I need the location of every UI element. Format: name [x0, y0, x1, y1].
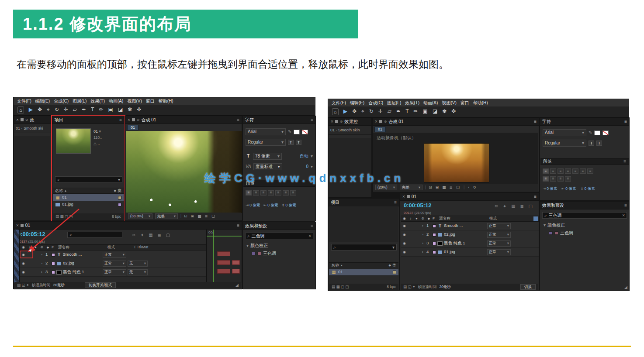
effect-category-label[interactable]: 颜色校正 [250, 243, 268, 248]
no-stroke-swatch[interactable] [602, 130, 609, 135]
eye-column-icon[interactable]: ◉ [402, 216, 407, 220]
channel-refresh-icons[interactable]: ◔ ↻ [467, 185, 478, 190]
layer-row[interactable]: ◉ › 3 黑色 纯色 1 正常▾ [401, 239, 539, 248]
paragraph-align-icon[interactable]: ≡ [550, 168, 556, 174]
timeline-tab-label[interactable]: 01 [412, 194, 416, 199]
font-style-select[interactable]: Regular▾ [246, 139, 286, 146]
layer-row[interactable]: ◉ › 1 T Smooth ... 正常▾ ▾ [20, 251, 206, 259]
paragraph-align-icon[interactable]: ≡ [587, 168, 593, 174]
layer-visibility-icon[interactable]: ◉ [21, 253, 26, 257]
blend-mode-dropdown[interactable]: 正常▾ [487, 223, 511, 229]
composition-tab-label[interactable]: 合成 01 [142, 117, 156, 123]
name-column-header[interactable]: 名称 [55, 189, 63, 193]
layer-name[interactable]: Smooth ... [444, 223, 486, 228]
layer-label-color[interactable] [433, 224, 436, 228]
project-item-row[interactable]: 01.jpg [53, 201, 124, 208]
close-icon[interactable]: × [402, 194, 405, 199]
zoom-tool-icon[interactable]: ⌖ [361, 109, 364, 115]
mask-shape-tool-icon[interactable]: ▱ [388, 109, 391, 115]
solo-column-icon[interactable]: ● [33, 245, 38, 249]
orbit-camera-tool-icon[interactable]: ↻ [369, 109, 374, 115]
selection-tool-icon[interactable]: ▶ [29, 107, 33, 113]
effects-presets-tab-label[interactable]: 效果和预设 [245, 223, 267, 229]
current-time-indicator[interactable] [213, 230, 214, 283]
paragraph-justify-icon[interactable]: ≡ [565, 176, 571, 182]
character-tab-label[interactable]: 字符 [245, 117, 254, 123]
source-name-column-header[interactable]: 源名称 [439, 216, 488, 221]
project-search-input[interactable]: ⌕ ▾ [55, 176, 122, 183]
zoom-level-dropdown[interactable]: (38.8%)▾ [128, 213, 152, 219]
effect-item-label[interactable]: 三色调 [263, 251, 276, 256]
menu-item[interactable]: 效果(T) [405, 100, 419, 106]
paragraph-align-icon[interactable]: ≡ [543, 168, 549, 174]
layer-label-color[interactable] [433, 251, 436, 254]
type-column-header[interactable]: 类 [392, 263, 396, 268]
close-icon[interactable]: × [375, 119, 377, 124]
blend-mode-dropdown[interactable]: 正常▾ [103, 261, 126, 267]
viewer-option-icons[interactable]: ⊡ ⊞ ▦ ≣ ▢ [184, 214, 216, 219]
selection-tool-icon[interactable]: ▶ [343, 109, 347, 115]
menu-item[interactable]: 合成(C) [368, 100, 383, 106]
timeline-footer-icons[interactable]: ▤ ◱ ✦ [17, 283, 29, 288]
clear-search-icon[interactable]: × [308, 233, 311, 239]
panel-menu-icon[interactable]: ≡ [624, 119, 627, 124]
effects-search-value[interactable]: 三色调 [252, 233, 265, 239]
paragraph-align-icon[interactable]: ≡ [246, 190, 252, 196]
effects-presets-tab-label[interactable]: 效果和预设 [542, 203, 564, 208]
menu-item[interactable]: 编辑(E) [350, 100, 364, 106]
project-footer-icons[interactable]: ▤ ▦ ▢ ◳ [332, 285, 349, 289]
layer-row[interactable]: ◉ › 1 T Smooth ... 正常▾ [401, 222, 539, 230]
trkmat-dropdown[interactable]: 无▾ [128, 269, 148, 275]
puppet-pin-tool-icon[interactable]: ✜ [137, 107, 141, 113]
blend-mode-dropdown[interactable]: 正常▾ [103, 252, 126, 258]
layer-visibility-icon[interactable]: ◉ [402, 224, 407, 228]
tracking-caret-icon[interactable]: ▾ [311, 164, 313, 169]
layer-duration-bar[interactable] [217, 260, 230, 265]
timeline-view-icons[interactable]: ≋ ✦ ▦ ≣ ▢ [132, 233, 172, 238]
layer-label-color[interactable] [52, 262, 55, 265]
current-timecode[interactable]: 0:00:05:12 [17, 231, 45, 238]
panel-menu-icon[interactable]: ≡ [624, 203, 627, 208]
home-icon[interactable]: ⌂ [17, 106, 24, 114]
label-column-icon[interactable]: ◆ [426, 217, 431, 220]
leading-caret-icon[interactable]: ▾ [311, 154, 313, 159]
font-size-dropdown[interactable]: 78 像素▾ [253, 153, 282, 160]
type-column-header[interactable]: 类 [118, 189, 121, 193]
font-family-select[interactable]: Arial▾ [246, 128, 286, 135]
kerning-dropdown[interactable]: 度量标准▾ [253, 163, 282, 170]
label-column-icon[interactable]: ◆ [114, 189, 116, 192]
layer-visibility-icon[interactable]: ◉ [21, 270, 26, 274]
item-label-color[interactable] [118, 196, 121, 199]
orbit-camera-tool-icon[interactable]: ↻ [55, 107, 59, 113]
project-tab-label[interactable]: 项目 [331, 200, 339, 205]
clone-stamp-tool-ic[interactable]: ▣ [423, 109, 428, 115]
paragraph-justify-icon[interactable]: ≡ [557, 176, 564, 182]
project-search-input[interactable]: ⌕ ▾ [331, 244, 397, 251]
layer-label-color[interactable] [433, 233, 436, 237]
panel-resize-grip-icon[interactable]: ◢ [624, 285, 627, 289]
paragraph-align-icon[interactable]: ≡ [260, 190, 267, 196]
work-area-bar[interactable] [207, 236, 242, 237]
timeline-tab-label[interactable]: 01 [25, 223, 30, 228]
menu-item[interactable]: 编辑(E) [35, 99, 50, 104]
layer-label-color[interactable] [52, 253, 55, 257]
item-name[interactable]: 01 [338, 270, 343, 275]
eyedropper-icon[interactable]: ✎ [288, 129, 291, 134]
menu-item[interactable]: 图层(L) [387, 100, 401, 106]
time-ruler-area[interactable]: 00s [206, 230, 242, 283]
pan-behind-tool-icon[interactable]: ✛ [378, 109, 383, 115]
layer-visibility-icon[interactable]: ◉ [402, 241, 407, 245]
eraser-tool-icon[interactable]: ◪ [118, 107, 123, 113]
panel-resize-grip-icon[interactable]: ◢ [235, 283, 239, 287]
menu-item[interactable]: 效果(T) [90, 99, 105, 104]
timeline-search-input[interactable]: ⌕ [67, 232, 122, 238]
layer-visibility-icon[interactable]: ◉ [21, 261, 26, 265]
stroke-over-fill-icon[interactable]: T [288, 140, 294, 145]
font-style-select[interactable]: Regular▾ [543, 140, 586, 147]
layer-name[interactable]: 黑色 纯色 1 [63, 270, 101, 275]
indent-field[interactable]: ⇤ 0 像素 [561, 187, 576, 191]
expand-chevron-icon[interactable]: › [420, 224, 425, 228]
paragraph-align-icon[interactable]: ≡ [290, 190, 296, 196]
layer-visibility-icon[interactable]: ◉ [402, 250, 407, 254]
effects-search-input[interactable]: ⌕ 三色调 × [542, 212, 627, 219]
